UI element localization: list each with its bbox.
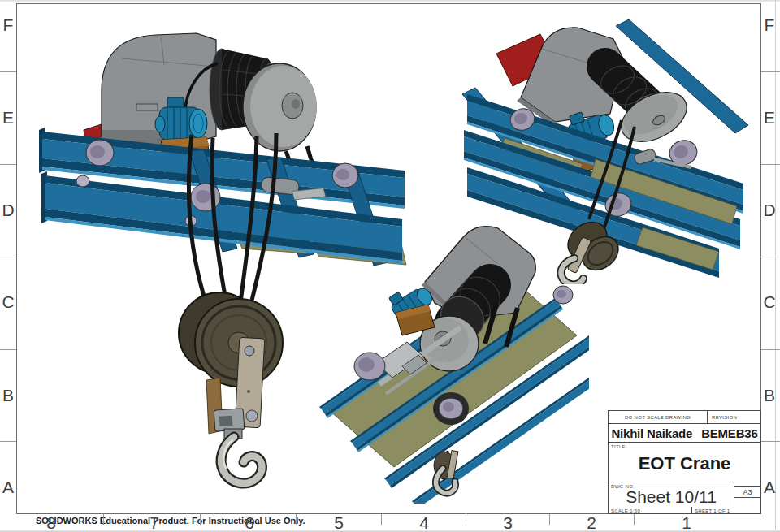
- zone-letter-left-f: F: [0, 16, 16, 34]
- zone-number-2: 2: [578, 513, 605, 532]
- zone-tick: [200, 514, 201, 525]
- zone-tick: [761, 257, 780, 257]
- hook-block: [179, 292, 283, 483]
- view-iso-top: [305, 207, 589, 504]
- zone-tick: [761, 349, 780, 350]
- zone-letter-left-b: B: [0, 387, 16, 404]
- solidworks-watermark: SOLIDWORKS Educational Product. For Inst…: [36, 516, 306, 526]
- zone-tick: [761, 164, 780, 165]
- zone-letter-right-c: C: [760, 293, 778, 311]
- zone-tick: [0, 349, 16, 350]
- zone-tick: [0, 257, 16, 257]
- zone-tick: [761, 71, 780, 72]
- zone-tick: [103, 514, 104, 525]
- zone-tick: [761, 441, 780, 442]
- author-code: BEMEB36: [701, 426, 757, 440]
- zone-letter-left-d: D: [0, 201, 16, 219]
- zone-tick: [549, 514, 550, 525]
- zone-tick: [381, 514, 382, 525]
- title-label: TITLE:: [611, 444, 627, 449]
- zone-letter-right-b: B: [760, 387, 778, 404]
- zone-tick: [0, 441, 16, 442]
- scale-cell: SCALE:1:50: [609, 507, 692, 514]
- zone-letter-left-a: A: [0, 478, 16, 496]
- author-row: Nikhil Naikade BEMEB36: [609, 424, 760, 443]
- zone-letter-right-e: E: [760, 109, 778, 127]
- zone-number-7: 7: [141, 513, 168, 532]
- zone-letter-right-d: D: [760, 201, 778, 219]
- dwg-no-cell: DWG NO. Sheet 10/11: [609, 482, 734, 507]
- zone-tick: [466, 514, 466, 525]
- drawing-title: EOT Crane: [609, 453, 760, 474]
- zone-number-3: 3: [494, 513, 522, 532]
- zone-tick: [0, 71, 16, 72]
- zone-tick: [296, 514, 297, 525]
- drum-end-disc: [243, 63, 317, 151]
- drawing-sheet: F E D C B A F E D C B A SOLIDWORKS Educa…: [0, 0, 780, 532]
- title-block: DO NOT SCALE DRAWING REVISION Nikhil Nai…: [608, 410, 761, 514]
- paper-size: A3: [734, 487, 760, 498]
- page-edge-right: [775, 0, 776, 532]
- revision-label: REVISION: [708, 411, 760, 424]
- zone-number-8: 8: [37, 513, 65, 532]
- zone-tick: [634, 514, 635, 525]
- author-name: Nikhil Naikade: [611, 426, 692, 440]
- paper-size-column: A3: [734, 482, 760, 507]
- dwg-no-value: Sheet 10/11: [609, 487, 734, 507]
- sheet-of-cell: SHEET 1 OF 1: [692, 507, 760, 514]
- zone-tick: [0, 164, 16, 165]
- page-edge-top: [0, 0, 780, 2]
- title-cell: TITLE: EOT Crane: [609, 443, 760, 482]
- zone-number-5: 5: [325, 513, 353, 532]
- no-scale-note: DO NOT SCALE DRAWING: [609, 411, 708, 424]
- zone-number-6: 6: [236, 513, 263, 532]
- zone-number-1: 1: [673, 513, 700, 532]
- zone-letter-left-c: C: [0, 293, 16, 311]
- zone-number-4: 4: [410, 513, 438, 532]
- zone-letter-left-e: E: [0, 109, 16, 127]
- zone-letter-right-a: A: [760, 478, 778, 496]
- zone-letter-right-f: F: [760, 16, 778, 34]
